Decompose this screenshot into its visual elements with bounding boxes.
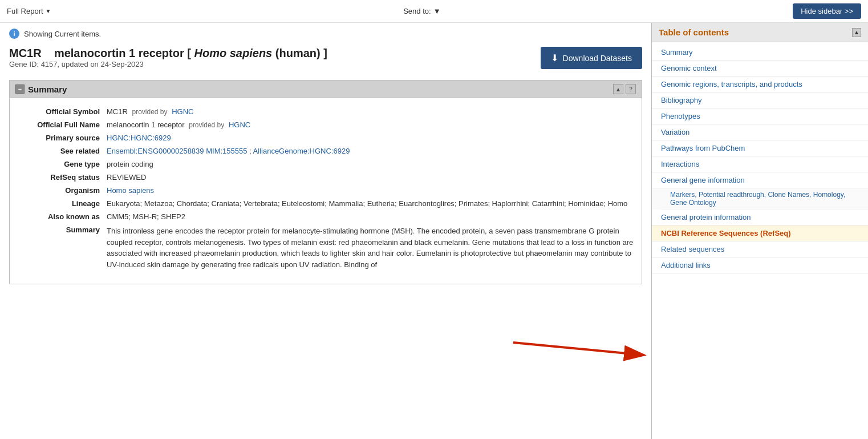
- toc-items: Summary Genomic context Genomic regions,…: [652, 42, 868, 276]
- sidebar: Table of contents ▲ Summary Genomic cont…: [651, 23, 868, 439]
- primary-source-label: Primary source: [15, 134, 107, 142]
- organism-label: Organism: [15, 186, 107, 195]
- full-report-label: Full Report: [7, 7, 43, 15]
- refseq-status-value: REVIEWED: [107, 173, 636, 182]
- gene-title: MC1R melanocortin 1 receptor [ Homo sapi…: [9, 47, 327, 60]
- gene-type-row: Gene type protein coding: [15, 160, 636, 168]
- toc-item-pathways[interactable]: Pathways from PubChem: [652, 140, 868, 156]
- official-symbol-row: Official Symbol MC1R provided by HGNC: [15, 107, 636, 116]
- toc-item-additional-links[interactable]: Additional links: [652, 257, 868, 273]
- lineage-label: Lineage: [15, 199, 107, 208]
- download-label: Download Datasets: [563, 54, 632, 63]
- info-bar-message: Showing Current items.: [24, 30, 101, 38]
- top-bar: Full Report ▼ Send to: ▼ Hide sidebar >>: [0, 0, 868, 23]
- hgnc-link-1[interactable]: HGNC: [172, 107, 193, 116]
- section-controls: ▲ ?: [613, 84, 636, 94]
- hide-sidebar-button[interactable]: Hide sidebar >>: [793, 3, 861, 19]
- page-layout: i Showing Current items. MC1R melanocort…: [0, 23, 868, 439]
- toc-title: Table of contents: [659, 27, 729, 37]
- also-known-as-value: CMM5; MSH-R; SHEP2: [107, 212, 636, 221]
- summary-toggle-button[interactable]: −: [15, 84, 25, 94]
- refseq-status-label: RefSeq status: [15, 173, 107, 182]
- info-icon: i: [9, 29, 19, 39]
- toc-item-interactions[interactable]: Interactions: [652, 156, 868, 172]
- toc-item-ncbi-refseq[interactable]: NCBI Reference Sequences (RefSeq): [652, 225, 868, 241]
- organism-row: Organism Homo sapiens: [15, 186, 636, 195]
- toc-sub-item-gene-details[interactable]: Markers, Potential readthrough, Clone Na…: [661, 188, 868, 210]
- gene-title-block: MC1R melanocortin 1 receptor [ Homo sapi…: [9, 47, 327, 76]
- primary-source-value: HGNC:HGNC:6929: [107, 134, 636, 142]
- official-full-name-label: Official Full Name: [15, 120, 107, 129]
- send-to-label: Send to:: [403, 7, 431, 15]
- summary-table: Official Symbol MC1R provided by HGNC Of…: [9, 98, 642, 284]
- summary-row-label: Summary: [15, 225, 107, 270]
- official-symbol-label: Official Symbol: [15, 107, 107, 116]
- summary-section-header: − Summary ▲ ?: [9, 80, 642, 98]
- summary-section-title-text: Summary: [28, 84, 67, 94]
- send-to-dropdown-arrow: ▼: [433, 7, 441, 15]
- toc-item-related-sequences[interactable]: Related sequences: [652, 241, 868, 257]
- refseq-status-row: RefSeq status REVIEWED: [15, 173, 636, 182]
- download-datasets-button[interactable]: ⬇ Download Datasets: [541, 47, 642, 69]
- hgnc-link-2[interactable]: HGNC: [229, 120, 250, 129]
- official-full-name-value: melanocortin 1 receptor provided by HGNC: [107, 120, 636, 129]
- mim-link[interactable]: MIM:155555: [206, 147, 247, 155]
- gene-type-value: protein coding: [107, 160, 636, 168]
- send-to-button[interactable]: Send to: ▼: [403, 7, 440, 15]
- primary-source-row: Primary source HGNC:HGNC:6929: [15, 134, 636, 142]
- summary-text-row: Summary This intronless gene encodes the…: [15, 225, 636, 270]
- top-bar-center: Send to: ▼: [403, 7, 440, 15]
- gene-type-label: Gene type: [15, 160, 107, 168]
- alliance-link[interactable]: AllianceGenome:HGNC:6929: [253, 147, 350, 155]
- gene-symbol: MC1R: [9, 47, 42, 59]
- gene-organism-suffix: (human) ]: [275, 47, 327, 59]
- summary-text: This intronless gene encodes the recepto…: [107, 225, 636, 270]
- full-report-dropdown-arrow: ▼: [46, 8, 51, 14]
- lineage-row: Lineage Eukaryota; Metazoa; Chordata; Cr…: [15, 199, 636, 208]
- organism-value: Homo sapiens: [107, 186, 636, 195]
- toc-item-general-protein-info[interactable]: General protein information: [652, 210, 868, 225]
- toc-scroll-button[interactable]: ▲: [852, 28, 861, 37]
- info-bar: i Showing Current items.: [9, 29, 642, 39]
- ensembl-link[interactable]: Ensembl:ENSG00000258839: [107, 147, 204, 155]
- hide-sidebar-label: Hide sidebar >>: [801, 7, 853, 15]
- toc-item-phenotypes[interactable]: Phenotypes: [652, 108, 868, 124]
- toc-item-general-gene-info[interactable]: General gene information: [652, 172, 868, 188]
- full-report-button[interactable]: Full Report ▼: [7, 7, 51, 15]
- toc-header: Table of contents ▲: [652, 23, 868, 42]
- primary-source-link[interactable]: HGNC:HGNC:6929: [107, 134, 171, 142]
- toc-item-bibliography[interactable]: Bibliography: [652, 92, 868, 108]
- summary-title: − Summary: [15, 84, 67, 94]
- toc-item-variation[interactable]: Variation: [652, 124, 868, 140]
- also-known-as-row: Also known as CMM5; MSH-R; SHEP2: [15, 212, 636, 221]
- lineage-value: Eukaryota; Metazoa; Chordata; Craniata; …: [107, 199, 636, 208]
- toc-item-genomic-regions[interactable]: Genomic regions, transcripts, and produc…: [652, 76, 868, 92]
- toc-sub-items: Markers, Potential readthrough, Clone Na…: [652, 188, 868, 210]
- download-icon: ⬇: [551, 53, 558, 63]
- toc-item-genomic-context[interactable]: Genomic context: [652, 61, 868, 76]
- also-known-as-label: Also known as: [15, 212, 107, 221]
- toc-item-summary[interactable]: Summary: [652, 45, 868, 61]
- organism-link[interactable]: Homo sapiens: [107, 186, 154, 195]
- see-related-row: See related Ensembl:ENSG00000258839 MIM:…: [15, 147, 636, 155]
- gene-header: MC1R melanocortin 1 receptor [ Homo sapi…: [9, 47, 642, 76]
- main-content: i Showing Current items. MC1R melanocort…: [0, 23, 651, 439]
- gene-organism-italic: Homo sapiens: [194, 47, 273, 59]
- see-related-label: See related: [15, 147, 107, 155]
- section-help-button[interactable]: ?: [626, 84, 636, 94]
- section-scroll-up-button[interactable]: ▲: [613, 84, 623, 94]
- official-full-name-row: Official Full Name melanocortin 1 recept…: [15, 120, 636, 129]
- see-related-value: Ensembl:ENSG00000258839 MIM:155555 ; All…: [107, 147, 636, 155]
- gene-full-name: melanocortin 1 receptor [ Homo sapiens (…: [54, 47, 327, 59]
- official-symbol-value: MC1R provided by HGNC: [107, 107, 636, 116]
- gene-id: Gene ID: 4157, updated on 24-Sep-2023: [9, 60, 327, 69]
